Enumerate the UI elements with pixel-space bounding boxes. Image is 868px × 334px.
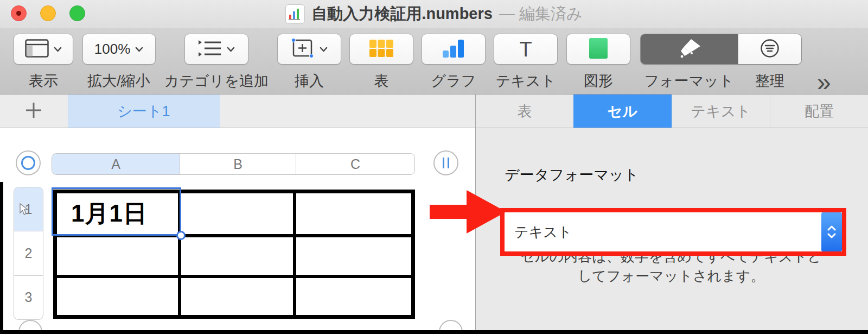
annotation-highlight-box: テキスト [500, 208, 846, 256]
paintbrush-icon [677, 39, 701, 60]
chevron-down-icon [227, 45, 235, 54]
chart-button[interactable] [422, 34, 486, 65]
document-title: 自動入力検証用.numbers [311, 3, 493, 25]
tab-cell[interactable]: セル [573, 94, 671, 128]
numbers-window: 自動入力検証用.numbers — 編集済み 表示 [0, 0, 868, 334]
insert-plus-icon [291, 38, 315, 61]
segmented-buttons [640, 34, 802, 65]
dropdown-stepper-icon[interactable] [821, 212, 842, 251]
plus-icon [25, 102, 42, 121]
table-button[interactable] [349, 34, 413, 65]
view-button[interactable] [14, 34, 73, 65]
table-handle-ring-icon [21, 156, 35, 170]
column-resize-icon [443, 157, 449, 168]
traffic-lights [11, 5, 85, 21]
selection-fill-handle[interactable] [176, 231, 186, 240]
toolbar-item-shape: 図形 [566, 34, 631, 91]
toolbar-label: フォーマット [640, 71, 738, 91]
sheet-tab-bar: シート1 [0, 94, 475, 128]
format-description-line2: してフォーマットされます。 [481, 266, 861, 286]
add-column-handle[interactable] [433, 150, 458, 175]
table-grid-icon [369, 39, 394, 60]
toolbar-label: 表 [374, 71, 389, 91]
annotation-arrow-icon [429, 189, 509, 237]
segmented-labels: フォーマット 整理 [640, 71, 802, 91]
screenshot-bottom-edge [0, 330, 868, 334]
inspector-tabs: 表 セル テキスト 配置 [475, 94, 868, 128]
text-button[interactable]: T [494, 34, 558, 65]
table-select-handle[interactable] [16, 150, 41, 175]
cell-a3[interactable] [57, 278, 178, 315]
toolbar-item-chart: グラフ [421, 34, 486, 91]
titlebar: 自動入力検証用.numbers — 編集済み [0, 0, 868, 28]
cell-a2[interactable] [57, 237, 178, 274]
minimize-button[interactable] [40, 5, 56, 21]
add-category-button[interactable] [184, 34, 248, 65]
cell-a1[interactable]: 1月1日 [57, 193, 178, 234]
toolbar-label: 整理 [738, 71, 802, 91]
toolbar-item-insert: 挿入 [277, 34, 342, 91]
toolbar-item-text: T テキスト [493, 34, 558, 91]
chevron-down-icon [135, 45, 143, 54]
toolbar-item-add-category: カテゴリを追加 [162, 34, 271, 91]
chevron-down-icon [320, 45, 328, 54]
toolbar-label: 表示 [29, 71, 58, 91]
format-organize-group: フォーマット 整理 [640, 34, 802, 91]
format-button[interactable] [641, 34, 738, 64]
toolbar-item-view: 表示 [14, 34, 73, 91]
table: 1月1日 [53, 190, 415, 319]
mouse-cursor-icon [20, 203, 29, 218]
tabs-row: シート1 表 セル テキスト 配置 [0, 94, 868, 128]
window-title-group: 自動入力検証用.numbers — 編集済み [285, 3, 582, 25]
insert-button[interactable] [277, 34, 341, 65]
toolbar-overflow-button[interactable]: » [817, 67, 831, 97]
tab-arrange[interactable]: 配置 [770, 94, 868, 128]
organize-button[interactable] [738, 34, 801, 64]
cell-c2[interactable] [296, 237, 411, 274]
toolbar-label: テキスト [496, 71, 556, 91]
tab-text[interactable]: テキスト [672, 94, 770, 128]
toolbar-item-zoom: 100% 拡大/縮小 [78, 34, 159, 91]
toolbar-label: カテゴリを追加 [164, 71, 269, 91]
add-sheet-button[interactable] [24, 102, 43, 121]
dropdown-selected-value: テキスト [505, 223, 821, 242]
toolbar: 表示 100% 拡大/縮小 [0, 28, 868, 94]
data-format-label: データフォーマット [505, 165, 639, 185]
cell-c3[interactable] [296, 278, 411, 315]
cell-b1[interactable] [181, 193, 293, 234]
text-tool-icon: T [519, 39, 532, 60]
row-header-2[interactable]: 2 [14, 231, 43, 275]
cell-c1[interactable] [296, 193, 411, 234]
tab-table[interactable]: 表 [476, 94, 573, 128]
close-button[interactable] [11, 5, 27, 21]
column-header-c[interactable]: C [296, 154, 414, 174]
screenshot-left-edge [0, 182, 3, 330]
sheet-tab-1[interactable]: シート1 [68, 94, 220, 128]
zoom-button[interactable]: 100% [82, 34, 156, 65]
column-header-bar: A B C [52, 153, 415, 175]
chevron-down-icon [54, 45, 62, 54]
green-square-icon [589, 37, 608, 61]
fullscreen-button[interactable] [69, 5, 85, 21]
toolbar-label: グラフ [431, 71, 476, 91]
zoom-value: 100% [94, 41, 131, 58]
data-format-dropdown[interactable]: テキスト [505, 212, 842, 251]
column-header-b[interactable]: B [180, 154, 296, 174]
organize-filter-icon [760, 39, 780, 60]
cell-b3[interactable] [181, 278, 293, 315]
toolbar-label: 拡大/縮小 [87, 71, 150, 91]
cell-b2[interactable] [181, 237, 293, 274]
numbers-doc-icon [285, 4, 305, 24]
document-edited-status: — 編集済み [499, 3, 583, 25]
bar-chart-icon [442, 39, 465, 60]
column-header-a[interactable]: A [52, 154, 180, 174]
shape-button[interactable] [566, 34, 630, 65]
row-header-3[interactable]: 3 [14, 275, 43, 319]
toolbar-label: 挿入 [295, 71, 324, 91]
window-panes-icon [25, 39, 49, 60]
sheet-canvas: A B C 1 2 3 1月1日 [0, 128, 475, 334]
toolbar-label: 図形 [584, 71, 613, 91]
category-list-icon [198, 40, 222, 59]
toolbar-item-table: 表 [349, 34, 414, 91]
